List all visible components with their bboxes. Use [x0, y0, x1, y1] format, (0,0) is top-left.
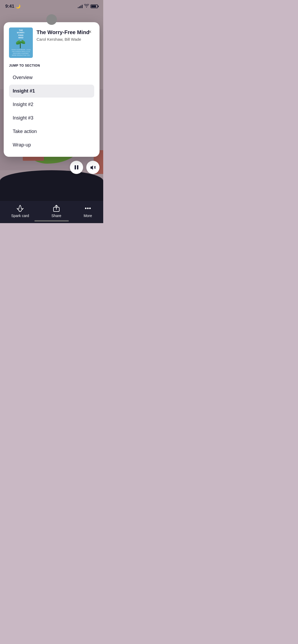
- section-item-wrapup[interactable]: Wrap-up: [9, 139, 94, 151]
- wifi-icon: [84, 4, 89, 9]
- svg-rect-15: [77, 165, 78, 169]
- status-time: 9:41: [5, 4, 14, 9]
- pause-button[interactable]: [70, 161, 83, 174]
- playback-controls: [70, 161, 100, 174]
- book-cover: THEWORRY-FREEMIND TRAIN YOUR BRAIN · CAL…: [9, 27, 33, 58]
- section-item-insight2[interactable]: Insight #2: [9, 98, 94, 111]
- status-icons: [78, 4, 98, 9]
- sparkcard-icon: [16, 205, 24, 212]
- home-indicator: [34, 220, 69, 222]
- section-item-insight3[interactable]: Insight #3: [9, 112, 94, 125]
- jump-to-section-modal: THEWORRY-FREEMIND TRAIN YOUR BRAIN · CAL…: [4, 22, 100, 157]
- sparkcard-label: Spark card: [11, 214, 29, 218]
- toolbar-share[interactable]: Share: [51, 205, 61, 218]
- close-button[interactable]: ×: [86, 27, 94, 36]
- modal-header: THEWORRY-FREEMIND TRAIN YOUR BRAIN · CAL…: [9, 27, 94, 58]
- status-bar: 9:41 🌙: [0, 0, 103, 11]
- bottom-toolbar: Spark card Share More: [0, 201, 103, 223]
- moon-icon: 🌙: [16, 4, 21, 9]
- more-icon: [84, 205, 92, 212]
- section-header-label: JUMP TO SECTION: [9, 64, 94, 67]
- section-item-overview[interactable]: Overview: [9, 71, 94, 84]
- drag-handle[interactable]: [46, 14, 57, 25]
- share-label: Share: [51, 214, 61, 218]
- book-author: Carol Kershaw, Bill Wade: [37, 37, 94, 42]
- section-list: Overview Insight #1 Insight #2 Insight #…: [9, 71, 94, 151]
- more-label: More: [84, 214, 92, 218]
- mute-button[interactable]: [86, 161, 100, 174]
- share-icon: [53, 205, 60, 212]
- section-item-takeaction[interactable]: Take action: [9, 125, 94, 138]
- svg-rect-14: [75, 165, 76, 169]
- toolbar-more[interactable]: More: [84, 205, 92, 218]
- section-item-insight1[interactable]: Insight #1: [9, 85, 94, 98]
- signal-bars: [78, 4, 83, 8]
- battery-icon: [91, 4, 98, 8]
- toolbar-sparkcard[interactable]: Spark card: [11, 205, 29, 218]
- book-cover-palm: [13, 39, 29, 48]
